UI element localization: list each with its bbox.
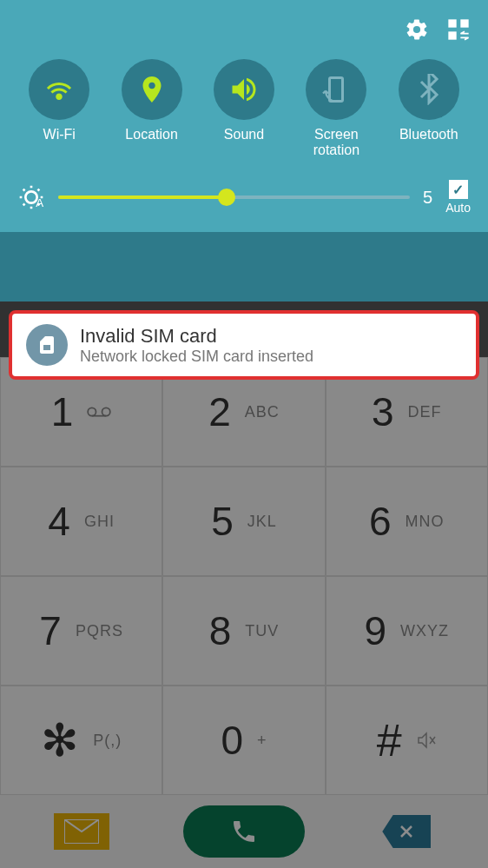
bluetooth-toggle[interactable]: Bluetooth xyxy=(399,59,459,158)
key-8[interactable]: 8 TUV xyxy=(162,576,325,686)
svg-rect-5 xyxy=(448,31,456,39)
settings-icon[interactable] xyxy=(405,17,429,42)
svg-text:A: A xyxy=(36,196,43,209)
message-button[interactable] xyxy=(54,813,109,850)
envelope-icon xyxy=(64,819,99,844)
key-9[interactable]: 9 WXYZ xyxy=(326,576,488,686)
key-hash[interactable]: # xyxy=(326,686,488,795)
backspace-button[interactable] xyxy=(382,815,431,848)
brightness-value: 5 xyxy=(423,188,432,208)
rotation-toggle[interactable]: Screen rotation xyxy=(306,59,366,158)
sim-card-icon xyxy=(36,335,57,355)
key-7[interactable]: 7 PQRS xyxy=(0,576,162,686)
backspace-x-icon xyxy=(399,824,414,839)
sound-icon xyxy=(228,74,260,105)
bluetooth-label: Bluetooth xyxy=(399,127,458,142)
svg-rect-6 xyxy=(330,78,343,102)
auto-brightness-icon: A xyxy=(17,183,45,211)
key-star[interactable]: ✻ P(,) xyxy=(0,686,162,795)
location-toggle[interactable]: Location xyxy=(122,59,182,158)
svg-point-0 xyxy=(89,407,96,415)
auto-brightness-checkbox[interactable]: ✓ Auto xyxy=(445,180,471,215)
wifi-toggle[interactable]: Wi-Fi xyxy=(29,59,89,158)
key-4[interactable]: 4 GHI xyxy=(0,467,162,576)
notification-title: Invalid SIM card xyxy=(80,325,462,348)
location-icon xyxy=(136,74,168,105)
rotation-icon xyxy=(320,74,352,105)
auto-label: Auto xyxy=(445,201,471,215)
location-label: Location xyxy=(125,127,178,142)
key-5[interactable]: 5 JKL xyxy=(162,467,325,576)
bluetooth-icon xyxy=(413,74,445,105)
edit-tiles-icon[interactable] xyxy=(446,17,471,42)
svg-rect-4 xyxy=(460,19,468,27)
mute-icon xyxy=(416,730,437,751)
sound-label: Sound xyxy=(224,127,264,142)
call-button[interactable] xyxy=(183,805,305,858)
dialer-keypad: 1 2 ABC 3 DEF 4 GHI 5 JKL 6 MNO xyxy=(0,357,488,795)
key-6[interactable]: 6 MNO xyxy=(326,467,488,576)
voicemail-icon xyxy=(87,405,111,419)
panel-expand-area[interactable] xyxy=(0,232,488,301)
notification-subtitle: Network locked SIM card inserted xyxy=(80,348,462,366)
wifi-label: Wi-Fi xyxy=(43,127,76,142)
svg-rect-3 xyxy=(448,19,456,27)
sim-notification[interactable]: Invalid SIM card Network locked SIM card… xyxy=(9,310,479,380)
rotation-label: Screen rotation xyxy=(313,127,359,158)
wifi-icon xyxy=(43,74,75,105)
key-0[interactable]: 0 + xyxy=(162,686,325,795)
sound-toggle[interactable]: Sound xyxy=(214,59,274,158)
brightness-slider[interactable] xyxy=(58,187,410,208)
dialer-bottom-bar xyxy=(0,795,488,868)
quick-settings-panel: Wi-Fi Location Sound Screen rotation Blu… xyxy=(0,0,488,301)
svg-point-1 xyxy=(102,407,110,415)
phone-icon xyxy=(230,818,258,845)
